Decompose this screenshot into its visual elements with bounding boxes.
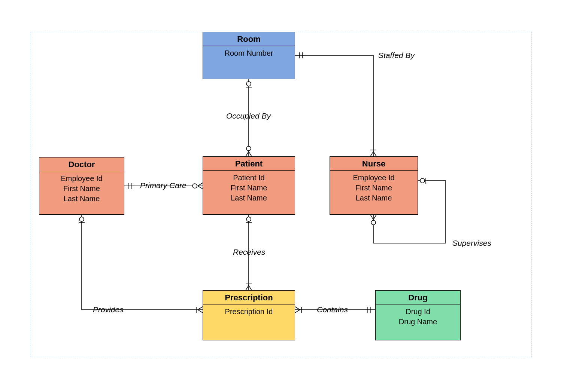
entity-drug-title: Drug [376, 291, 460, 304]
entity-room[interactable]: Room Room Number [203, 32, 295, 79]
entity-doctor[interactable]: Doctor Employee Id First Name Last Name [39, 157, 124, 215]
entity-doctor-title: Doctor [39, 157, 124, 171]
rel-primary-care-label: Primary Care [140, 181, 187, 190]
entity-drug[interactable]: Drug Drug Id Drug Name [375, 290, 461, 340]
entity-prescription[interactable]: Prescription Prescription Id [203, 290, 295, 340]
entity-nurse[interactable]: Nurse Employee Id First Name Last Name [330, 156, 418, 215]
rel-supervises-label: Supervises [452, 239, 491, 248]
entity-patient[interactable]: Patient Patient Id First Name Last Name [203, 156, 295, 215]
rel-receives-label: Receives [233, 248, 265, 257]
rel-provides-label: Provides [93, 305, 124, 314]
entity-patient-title: Patient [203, 157, 295, 171]
entity-room-attrs: Room Number [203, 46, 295, 61]
entity-nurse-title: Nurse [330, 157, 418, 171]
entity-nurse-attrs: Employee Id First Name Last Name [330, 171, 418, 205]
rel-staffed-by-label: Staffed By [378, 51, 415, 60]
entity-patient-attrs: Patient Id First Name Last Name [203, 171, 295, 205]
rel-contains-label: Contains [317, 305, 348, 314]
entity-room-title: Room [203, 32, 295, 46]
entity-drug-attrs: Drug Id Drug Name [376, 304, 460, 329]
entity-prescription-title: Prescription [203, 291, 295, 304]
rel-occupied-by-label: Occupied By [226, 111, 271, 120]
entity-doctor-attrs: Employee Id First Name Last Name [39, 171, 124, 206]
entity-prescription-attrs: Prescription Id [203, 304, 295, 319]
